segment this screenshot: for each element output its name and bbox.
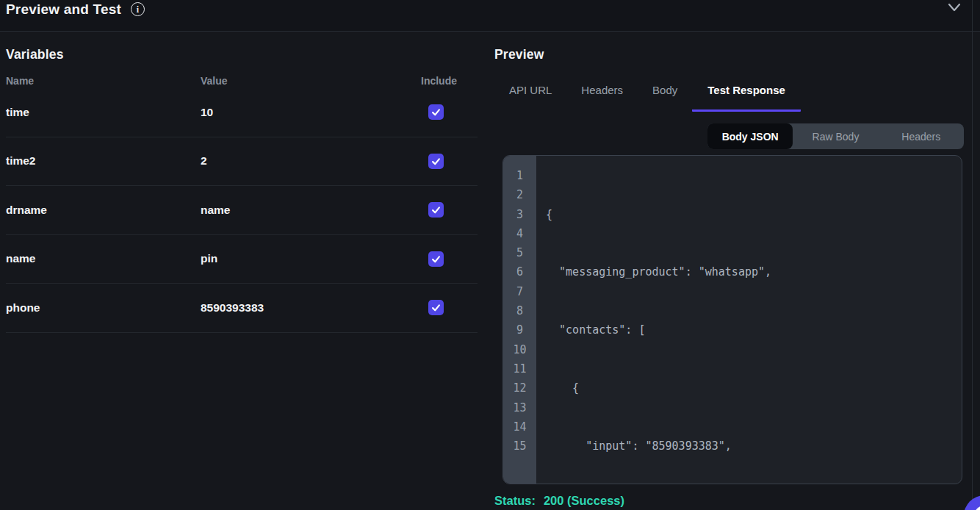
line-number: 7 <box>503 282 536 301</box>
check-icon <box>430 254 442 265</box>
line-number: 5 <box>503 243 536 262</box>
response-json-code: { "messaging_product": "whatsapp", "cont… <box>536 156 962 484</box>
check-icon <box>430 302 442 313</box>
line-number-gutter: 1 2 3 4 5 6 7 8 9 10 11 12 13 14 15 <box>503 156 536 484</box>
include-checkbox[interactable] <box>428 154 444 169</box>
subtab-raw-body[interactable]: Raw Body <box>793 123 878 149</box>
response-json-editor[interactable]: 1 2 3 4 5 6 7 8 9 10 11 12 13 14 15 { "m… <box>502 155 962 484</box>
check-icon <box>430 156 442 167</box>
variable-value: 10 <box>201 106 421 119</box>
info-icon-glyph: i <box>137 5 139 14</box>
chevron-down-icon[interactable] <box>946 1 962 16</box>
code-line: "messaging_product": "whatsapp", <box>546 262 962 281</box>
table-row: phone 8590393383 <box>6 284 478 333</box>
table-row: time 10 <box>6 88 478 137</box>
line-number: 6 <box>503 262 536 281</box>
tab-headers[interactable]: Headers <box>566 83 638 112</box>
line-number: 2 <box>503 185 536 204</box>
status-row: Status:200 (Success) <box>494 494 624 508</box>
subtab-headers[interactable]: Headers <box>879 123 964 149</box>
subtab-body-json[interactable]: Body JSON <box>707 123 793 149</box>
variable-name: phone <box>6 301 201 315</box>
table-row: name pin <box>6 235 478 284</box>
code-line: "input": "8590393383", <box>546 437 962 456</box>
variable-value: 8590393383 <box>201 301 421 315</box>
variables-column-headers: Name Value Include <box>6 73 478 88</box>
line-number: 12 <box>503 378 536 398</box>
include-checkbox[interactable] <box>428 251 444 267</box>
check-icon <box>430 204 442 215</box>
variable-name: time <box>6 106 201 119</box>
tab-test-response[interactable]: Test Response <box>692 83 801 112</box>
table-row: time2 2 <box>6 137 478 187</box>
response-view-switcher: Body JSON Raw Body Headers <box>707 123 964 149</box>
status-label: Status: <box>494 494 536 507</box>
variable-value: 2 <box>201 154 421 168</box>
include-checkbox[interactable] <box>428 300 444 315</box>
table-row: drname name <box>6 186 478 235</box>
page-title: Preview and Test <box>6 1 121 17</box>
variables-panel: Variables Name Value Include time 10 tim… <box>6 32 478 333</box>
preview-and-test-header: Preview and Test i <box>0 0 980 32</box>
line-number: 10 <box>503 340 536 359</box>
column-header-name: Name <box>6 75 201 87</box>
line-number: 1 <box>503 166 536 185</box>
preview-tabs: API URL Headers Body Test Response <box>494 83 801 112</box>
variable-name: time2 <box>6 154 201 168</box>
variable-value: pin <box>201 252 421 265</box>
line-number: 15 <box>503 437 536 456</box>
line-number: 9 <box>503 320 536 340</box>
variable-name: drname <box>6 204 201 217</box>
include-checkbox[interactable] <box>428 202 444 218</box>
line-number: 13 <box>503 398 536 417</box>
preview-title: Preview <box>494 47 544 62</box>
line-number: 3 <box>503 205 536 224</box>
line-number: 8 <box>503 301 536 320</box>
variable-value: name <box>201 204 421 217</box>
info-icon[interactable]: i <box>131 2 145 16</box>
preview-panel: Preview API URL Headers Body Test Respon… <box>494 32 964 510</box>
code-line: "contacts": [ <box>546 320 962 340</box>
right-edge-divider <box>972 0 973 510</box>
line-number: 4 <box>503 224 536 243</box>
line-number: 11 <box>503 359 536 378</box>
tab-api-url[interactable]: API URL <box>494 83 566 112</box>
variables-title: Variables <box>6 47 478 62</box>
code-line: { <box>546 378 962 398</box>
column-header-include: Include <box>421 75 478 87</box>
tab-body[interactable]: Body <box>638 83 692 112</box>
check-icon <box>430 107 442 118</box>
column-header-value: Value <box>201 75 421 87</box>
variable-name: name <box>6 252 201 265</box>
line-number: 14 <box>503 417 536 437</box>
floating-help-button-glyph <box>974 506 980 510</box>
status-badge: 200 (Success) <box>544 494 624 507</box>
code-line: { <box>546 205 962 224</box>
include-checkbox[interactable] <box>428 104 444 120</box>
